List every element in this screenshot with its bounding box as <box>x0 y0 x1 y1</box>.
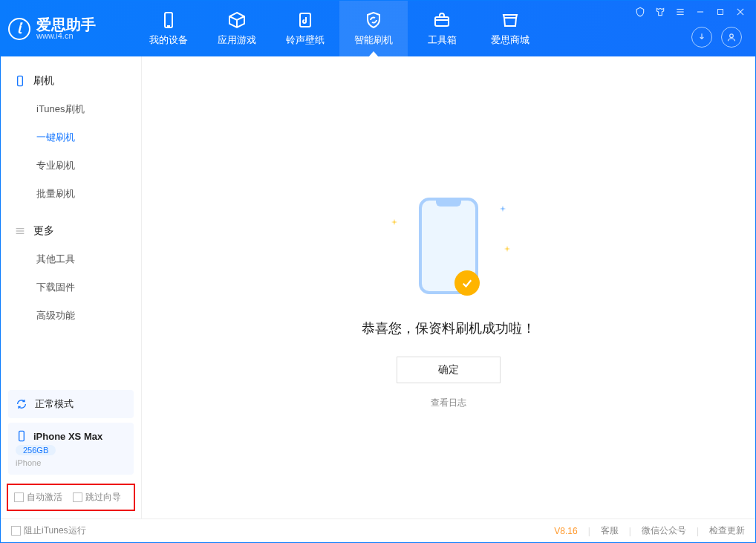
checkbox-skip-wizard[interactable]: 跳过向导 <box>73 491 121 504</box>
checkbox-block-itunes[interactable]: 阻止iTunes运行 <box>11 524 86 537</box>
sidebar-item-pro-flash[interactable]: 专业刷机 <box>1 152 141 180</box>
phone-small-icon <box>16 430 27 442</box>
device-icon <box>14 75 26 87</box>
device-mode-card[interactable]: 正常模式 <box>8 390 134 418</box>
sidebar-item-itunes-flash[interactable]: iTunes刷机 <box>1 95 141 123</box>
svg-rect-12 <box>18 76 23 85</box>
sidebar-item-batch-flash[interactable]: 批量刷机 <box>1 180 141 208</box>
sidebar-item-download-firmware[interactable]: 下载固件 <box>1 273 141 302</box>
skin-icon[interactable] <box>654 6 665 17</box>
app-logo: ἰ 爱思助手 www.i4.cn <box>8 17 134 40</box>
flash-options-highlight: 自动激活 跳过向导 <box>7 484 135 511</box>
checkbox-auto-activate[interactable]: 自动激活 <box>14 491 62 504</box>
app-window: ἰ 爱思助手 www.i4.cn 我的设备 应用游戏 铃声壁纸 智能刷机 <box>0 0 756 543</box>
list-icon <box>14 225 26 237</box>
sidebar-item-other-tools[interactable]: 其他工具 <box>1 245 141 273</box>
footer-customer-service[interactable]: 客服 <box>601 524 619 537</box>
device-model: iPhone XS Max <box>33 431 102 442</box>
main-content: 恭喜您，保资料刷机成功啦！ 确定 查看日志 <box>142 56 755 518</box>
main-tabs: 我的设备 应用游戏 铃声壁纸 智能刷机 工具箱 爱思商城 <box>134 1 544 56</box>
checkmark-icon <box>454 270 480 296</box>
menu-icon[interactable] <box>674 6 685 17</box>
svg-rect-3 <box>435 17 449 26</box>
refresh-shield-icon <box>365 11 382 29</box>
sidebar-group-more: 更多 <box>1 220 141 245</box>
device-type: iPhone <box>16 458 41 467</box>
sidebar: 刷机 iTunes刷机 一键刷机 专业刷机 批量刷机 更多 其他工具 下载固件 … <box>1 56 142 518</box>
svg-rect-16 <box>19 431 25 440</box>
sidebar-item-one-click-flash[interactable]: 一键刷机 <box>1 123 141 152</box>
svg-point-11 <box>730 33 734 37</box>
titlebar: ἰ 爱思助手 www.i4.cn 我的设备 应用游戏 铃声壁纸 智能刷机 <box>1 1 755 56</box>
sparkle-icon <box>391 215 395 220</box>
music-file-icon <box>296 11 314 29</box>
app-subtitle: www.i4.cn <box>36 32 96 40</box>
version-label: V8.16 <box>554 526 577 536</box>
toolbox-icon <box>433 11 451 29</box>
sparkle-icon <box>504 242 508 247</box>
logo-icon: ἰ <box>8 18 30 40</box>
minimize-icon[interactable] <box>694 6 706 17</box>
app-name: 爱思助手 <box>36 17 96 32</box>
phone-icon <box>160 11 177 29</box>
tab-store[interactable]: 爱思商城 <box>476 1 544 56</box>
sync-icon <box>16 398 27 410</box>
tab-apps-games[interactable]: 应用游戏 <box>203 1 271 56</box>
success-message: 恭喜您，保资料刷机成功啦！ <box>362 319 535 337</box>
confirm-button[interactable]: 确定 <box>397 357 501 383</box>
tab-smart-flash[interactable]: 智能刷机 <box>339 1 408 56</box>
footer-wechat[interactable]: 微信公众号 <box>642 524 686 537</box>
cube-icon <box>228 11 246 29</box>
download-manager-icon[interactable] <box>691 27 712 48</box>
sidebar-item-advanced[interactable]: 高级功能 <box>1 302 141 330</box>
footer-check-update[interactable]: 检查更新 <box>709 524 745 537</box>
titlebar-actions <box>681 10 742 48</box>
connected-device-card[interactable]: iPhone XS Max 256GB iPhone <box>8 423 134 475</box>
success-illustration <box>404 198 493 294</box>
user-account-icon[interactable] <box>721 27 742 48</box>
maximize-icon[interactable] <box>714 6 726 17</box>
feedback-icon[interactable] <box>634 6 645 17</box>
svg-rect-8 <box>717 9 723 14</box>
sparkle-icon <box>499 202 504 207</box>
status-bar: 阻止iTunes运行 V8.16 | 客服 | 微信公众号 | 检查更新 <box>1 518 755 542</box>
phone-outline-icon <box>419 198 478 294</box>
view-log-link[interactable]: 查看日志 <box>431 397 466 409</box>
store-icon <box>501 11 519 29</box>
tab-toolbox[interactable]: 工具箱 <box>408 1 476 56</box>
sidebar-group-flash: 刷机 <box>1 70 141 95</box>
close-icon[interactable] <box>734 6 746 17</box>
tab-my-device[interactable]: 我的设备 <box>134 1 203 56</box>
body: 刷机 iTunes刷机 一键刷机 专业刷机 批量刷机 更多 其他工具 下载固件 … <box>1 56 755 518</box>
device-storage-badge: 256GB <box>16 445 56 455</box>
tab-ringtone-wallpaper[interactable]: 铃声壁纸 <box>271 1 339 56</box>
